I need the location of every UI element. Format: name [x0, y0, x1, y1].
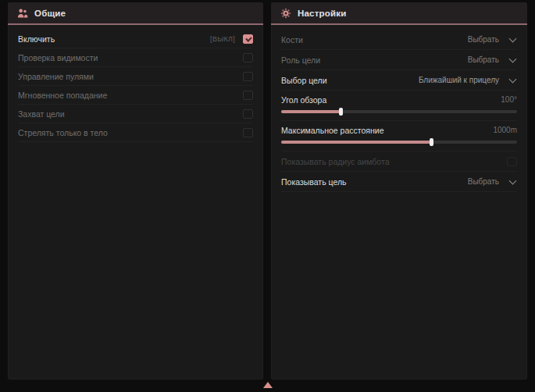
- people-icon: [17, 8, 28, 19]
- show-target-select-value[interactable]: Выбрать: [468, 177, 499, 186]
- fov-slider[interactable]: [281, 110, 517, 113]
- show-aimbot-radius-label: Показывать радиус аимбота: [281, 157, 390, 166]
- show-aimbot-radius-row[interactable]: Показывать радиус аимбота: [281, 151, 517, 172]
- row-visibility-check[interactable]: Проверка видимости: [18, 48, 253, 67]
- fov-slider-thumb[interactable]: [339, 108, 343, 116]
- max-distance-slider-thumb[interactable]: [430, 138, 433, 146]
- target-role-select-value[interactable]: Выбрать: [468, 55, 499, 64]
- target-lock-checkbox[interactable]: [243, 109, 253, 119]
- max-distance-value: 1000m: [493, 126, 517, 134]
- max-distance-slider-fill: [281, 141, 432, 144]
- row-bullet-control-label: Управление пулями: [18, 72, 94, 81]
- chevron-down-icon[interactable]: [509, 34, 517, 42]
- chevron-down-icon[interactable]: [509, 176, 517, 184]
- row-target-lock[interactable]: Захват цели: [18, 105, 253, 123]
- max-distance-label: Максимальное расстояние: [281, 126, 383, 135]
- general-panel: Общие Включить [ВЫКЛ] Проверка видимости…: [8, 2, 263, 380]
- body-only-checkbox[interactable]: [243, 128, 253, 137]
- enable-checkbox[interactable]: [243, 34, 253, 44]
- row-enable-label: Включить: [18, 34, 55, 44]
- settings-panel-body: Кости Выбрать Роль цели Выбрать Выбор це…: [271, 25, 527, 192]
- row-body-only-label: Стрелять только в тело: [18, 128, 108, 137]
- row-instant-hit[interactable]: Мгновенное попадание: [18, 86, 253, 105]
- general-panel-body: Включить [ВЫКЛ] Проверка видимости Управ…: [8, 25, 263, 142]
- row-body-only[interactable]: Стрелять только в тело: [18, 123, 253, 142]
- panel-title: Настройки: [298, 9, 346, 18]
- fov-label: Угол обзора: [281, 95, 326, 105]
- show-target-label: Показывать цель: [281, 177, 347, 187]
- row-bullet-control[interactable]: Управление пулями: [18, 67, 253, 86]
- panel-title: Общие: [34, 9, 66, 18]
- chevron-down-icon[interactable]: [509, 55, 517, 62]
- row-instant-hit-label: Мгновенное попадание: [18, 91, 107, 100]
- target-role-select-row[interactable]: Роль цели Выбрать: [281, 50, 517, 70]
- row-enable-hotkey[interactable]: [ВЫКЛ]: [210, 35, 235, 43]
- fov-slider-fill: [281, 110, 341, 113]
- instant-hit-checkbox[interactable]: [243, 91, 253, 100]
- max-distance-slider-group: Максимальное расстояние 1000m: [281, 121, 517, 151]
- row-enable[interactable]: Включить [ВЫКЛ]: [18, 30, 253, 48]
- general-panel-header: Общие: [8, 2, 263, 25]
- show-aimbot-radius-checkbox[interactable]: [507, 157, 517, 166]
- target-selection-select-value[interactable]: Ближайший к прицелу: [419, 76, 499, 84]
- bone-label: Кости: [281, 35, 303, 45]
- max-distance-slider[interactable]: [281, 141, 517, 144]
- target-selection-label: Выбор цели: [281, 76, 327, 85]
- show-target-select-row[interactable]: Показывать цель Выбрать: [281, 172, 517, 192]
- chevron-down-icon[interactable]: [509, 75, 517, 83]
- bone-select-value[interactable]: Выбрать: [468, 35, 499, 44]
- settings-panel: Настройки Кости Выбрать Роль цели Выбрат…: [271, 2, 527, 380]
- bone-select-row[interactable]: Кости Выбрать: [281, 30, 517, 50]
- target-selection-select-row[interactable]: Выбор цели Ближайший к прицелу: [281, 70, 517, 91]
- fov-value: 100°: [501, 95, 517, 104]
- gear-icon: [280, 8, 291, 19]
- scroll-up-triangle-icon[interactable]: [263, 382, 273, 388]
- row-visibility-check-label: Проверка видимости: [18, 53, 98, 62]
- fov-slider-group: Угол обзора 100°: [281, 91, 517, 121]
- row-target-lock-label: Захват цели: [18, 109, 65, 119]
- bullet-control-checkbox[interactable]: [243, 72, 253, 81]
- target-role-label: Роль цели: [281, 55, 320, 65]
- settings-panel-header: Настройки: [271, 2, 527, 25]
- visibility-check-checkbox[interactable]: [243, 53, 253, 62]
